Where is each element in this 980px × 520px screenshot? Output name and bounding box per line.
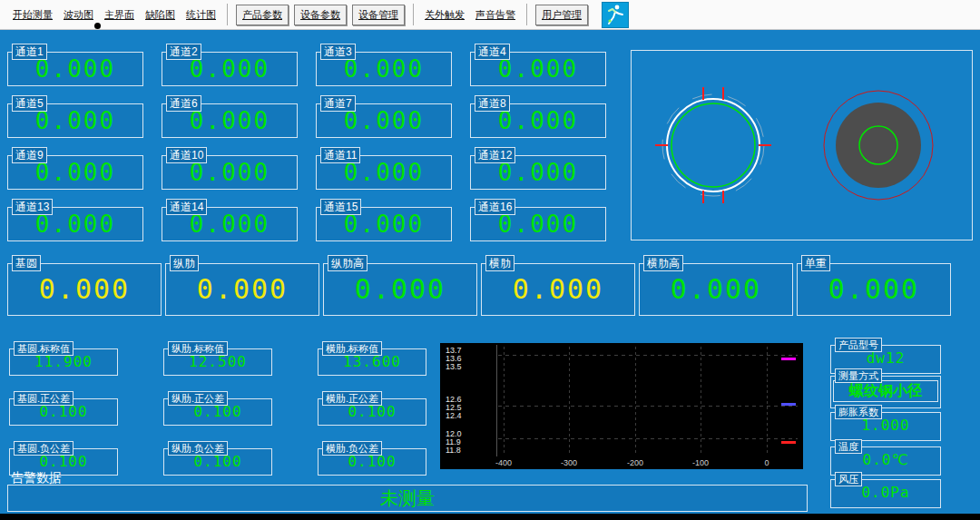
measure-long-rib-height: 纵肋高 0.000	[323, 263, 477, 316]
channel-box-11: 通道11 0.000	[316, 155, 452, 190]
measure-unit-weight: 单重 0.000	[797, 263, 951, 316]
chart-tolerance-band	[498, 438, 798, 439]
cross-section-graphic	[632, 51, 972, 240]
channel-grid: 通道1 0.000 通道2 0.000 通道3 0.000 通道4 0.000 …	[7, 52, 606, 241]
channel-box-16: 通道16 0.000	[470, 207, 606, 241]
expansion-coefficient-label: 膨胀系数	[835, 405, 882, 419]
chart-x-tick: -100	[692, 458, 709, 467]
measure-long-rib: 纵肋 0.000	[165, 263, 319, 316]
measure-value: 0.000	[8, 264, 161, 315]
device-params-button[interactable]: 设备参数	[294, 5, 347, 25]
chart-x-tick: 0	[764, 458, 769, 467]
channel-box-4: 通道4 0.000	[470, 52, 606, 86]
measure-value: 0.000	[324, 264, 476, 315]
param-long-minus-tol: 纵肋.负公差 0.100	[163, 448, 272, 476]
product-params-button[interactable]: 产品参数	[236, 5, 289, 25]
expansion-coefficient-box: 膨胀系数 1.000	[830, 412, 941, 441]
tab-wave-chart[interactable]: 波动图	[58, 6, 99, 24]
channel-box-6: 通道6 0.000	[162, 103, 298, 138]
chart-y-ticks-base-circle: 12.0 11.9 11.8	[446, 430, 462, 455]
param-label: 横肋.标称值	[322, 341, 382, 356]
measure-cross-rib: 横肋 0.000	[481, 263, 635, 316]
alarm-status-box: 未测量	[7, 485, 808, 512]
tab-statistics-chart[interactable]: 统计图	[181, 6, 221, 24]
channel-label: 通道11	[320, 147, 360, 163]
measure-label: 横肋高	[643, 255, 683, 271]
channel-box-8: 通道8 0.000	[470, 103, 606, 138]
tab-defect-chart[interactable]: 缺陷图	[140, 6, 181, 24]
parameter-grid: 基圆.标称值 11.900 纵肋.标称值 12.500 横肋.标称值 13.60…	[9, 348, 426, 476]
channel-label: 通道6	[166, 95, 201, 112]
chart-y-ticks-cross-rib: 13.7 13.6 13.5	[446, 347, 462, 371]
measure-value: 0.000	[640, 264, 792, 315]
running-person-icon	[605, 4, 625, 25]
channel-box-13: 通道13 0.000	[7, 207, 143, 241]
measure-label: 横肋	[485, 255, 514, 271]
param-long-nominal: 纵肋.标称值 12.500	[163, 348, 272, 376]
channel-label: 通道15	[320, 199, 361, 215]
air-pressure-box: 风压 0.0Pa	[830, 479, 941, 508]
measure-mode-box: 测量方式 螺纹钢小径	[830, 376, 941, 408]
channel-box-2: 通道2 0.000	[162, 52, 298, 86]
channel-label: 通道13	[12, 199, 53, 215]
external-trigger-toggle[interactable]: 关外触发	[419, 6, 470, 24]
channel-box-5: 通道5 0.000	[7, 103, 143, 138]
user-manage-button[interactable]: 用户管理	[535, 5, 588, 25]
param-label: 基圆.负公差	[14, 441, 74, 456]
device-manage-button[interactable]: 设备管理	[352, 5, 405, 25]
channel-label: 通道5	[12, 95, 47, 112]
trend-chart: -400 -300 -200 -100 0 13.7 13.6 13.5 12.…	[440, 343, 803, 469]
param-base-plus-tol: 基圆.正公差 0.100	[9, 398, 118, 426]
channel-label: 通道12	[475, 147, 515, 163]
tab-main-screen[interactable]: 主界面	[99, 6, 140, 24]
main-screen: 开始测量 波动图 主界面 缺陷图 统计图 产品参数 设备参数 设备管理 关外触发…	[0, 0, 980, 520]
channel-box-10: 通道10 0.000	[162, 155, 298, 190]
chart-x-tick: -200	[627, 458, 643, 467]
sound-alarm-toggle[interactable]: 声音告警	[470, 6, 521, 24]
channel-box-7: 通道7 0.000	[316, 103, 452, 138]
param-cross-nominal: 横肋.标称值 13.600	[318, 348, 426, 376]
channel-label: 通道7	[320, 95, 356, 112]
param-label: 基圆.标称值	[14, 341, 74, 356]
channel-box-3: 通道3 0.000	[316, 52, 452, 86]
channel-label: 通道16	[475, 199, 515, 215]
cross-section-panel	[631, 50, 973, 240]
param-label: 纵肋.标称值	[168, 341, 228, 356]
chart-y-axis	[496, 345, 497, 456]
measure-mode-label: 测量方式	[835, 368, 882, 383]
channel-label: 通道14	[166, 199, 207, 215]
channel-label: 通道1	[12, 44, 47, 60]
toolbar: 开始测量 波动图 主界面 缺陷图 统计图 产品参数 设备参数 设备管理 关外触发…	[0, 0, 980, 30]
chart-series-marker-magenta	[781, 358, 796, 360]
chart-y-ticks-long-rib: 12.6 12.5 12.4	[446, 396, 462, 420]
param-cross-minus-tol: 横肋.负公差 0.100	[318, 448, 426, 476]
param-cross-plus-tol: 横肋.正公差 0.100	[318, 398, 426, 426]
measure-mode-value: 螺纹钢小径	[833, 380, 938, 402]
channel-box-15: 通道15 0.000	[316, 207, 452, 241]
channel-box-12: 通道12 0.000	[470, 155, 606, 190]
toolbar-separator	[227, 4, 228, 25]
chart-tolerance-band	[498, 406, 798, 407]
chart-series-marker-blue	[781, 403, 796, 406]
chart-x-tick: -400	[495, 458, 512, 467]
channel-box-1: 通道1 0.000	[7, 52, 143, 86]
channel-label: 通道3	[320, 44, 356, 60]
measure-value: 0.000	[166, 264, 318, 315]
param-label: 基圆.正公差	[14, 391, 74, 406]
channel-label: 通道8	[475, 95, 510, 112]
param-long-plus-tol: 纵肋.正公差 0.100	[163, 398, 272, 426]
run-button[interactable]	[602, 2, 629, 28]
chart-tolerance-band	[498, 355, 798, 356]
air-pressure-label: 风压	[835, 472, 862, 486]
measure-label: 单重	[801, 255, 830, 271]
measure-value: 0.000	[798, 264, 950, 315]
param-label: 横肋.正公差	[322, 391, 382, 406]
channel-label: 通道4	[475, 44, 510, 60]
param-base-nominal: 基圆.标称值 11.900	[9, 348, 118, 376]
measure-label: 纵肋	[170, 255, 199, 271]
measure-label: 基圆	[12, 255, 41, 271]
chart-series-marker-red	[781, 441, 796, 444]
measure-cross-rib-height: 横肋高 0.000	[639, 263, 793, 316]
tab-start-measure[interactable]: 开始测量	[7, 6, 58, 24]
param-label: 纵肋.正公差	[168, 391, 228, 406]
